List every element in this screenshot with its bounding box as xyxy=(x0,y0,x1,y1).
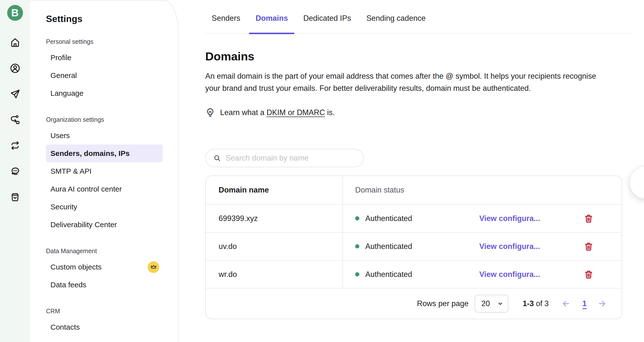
campaigns-send-icon[interactable] xyxy=(10,89,20,100)
search-box xyxy=(205,149,364,167)
page-description: An email domain is the part of your emai… xyxy=(205,70,611,94)
tab-senders[interactable]: Senders xyxy=(205,14,246,34)
domain-name-cell: uv.do xyxy=(206,233,343,260)
table-header-row: Domain name Domain status xyxy=(206,176,622,205)
home-icon[interactable] xyxy=(10,37,20,48)
tab-dedicated-ips[interactable]: Dedicated IPs xyxy=(297,14,357,34)
status-badge: Authenticated xyxy=(355,214,479,223)
section-organization-settings: Organization settings xyxy=(46,116,178,123)
domain-name-cell: wr.do xyxy=(206,261,343,288)
ecommerce-bag-icon[interactable] xyxy=(10,192,20,202)
delete-domain-button[interactable] xyxy=(583,213,594,224)
sidebar-item-deliverability-center[interactable]: Deliverability Center xyxy=(46,216,163,234)
status-badge: Authenticated xyxy=(355,242,479,251)
sidebar-item-contacts[interactable]: Contacts xyxy=(46,318,163,336)
search-icon xyxy=(213,154,221,162)
sidebar-item-language[interactable]: Language xyxy=(46,84,163,102)
sidebar-item-users[interactable]: Users xyxy=(46,127,163,145)
dkim-dmarc-link[interactable]: DKIM or DMARC xyxy=(266,108,325,117)
table-pagination: Rows per page 20 1-3 of 3 1 xyxy=(206,288,622,319)
status-dot-icon xyxy=(355,272,359,276)
app-icon-rail: B xyxy=(0,0,30,342)
status-dot-icon xyxy=(355,216,359,220)
view-configuration-link[interactable]: View configura... xyxy=(479,214,540,223)
table-row: wr.do Authenticated View configura... xyxy=(206,261,622,288)
column-domain-status: Domain status xyxy=(343,186,622,194)
trash-icon xyxy=(584,241,594,251)
sidebar-item-profile[interactable]: Profile xyxy=(46,49,163,67)
tip-row: Learn what a DKIM or DMARC is. xyxy=(205,108,622,118)
rows-per-page-label: Rows per page xyxy=(417,299,469,308)
table-row: 699399.xyz Authenticated View configura.… xyxy=(206,205,622,233)
delete-domain-button[interactable] xyxy=(583,241,594,252)
tab-domains[interactable]: Domains xyxy=(249,14,294,34)
section-crm: CRM xyxy=(46,308,178,315)
sidebar-item-data-feeds[interactable]: Data feeds xyxy=(46,276,163,294)
settings-sidebar: Settings Personal settings Profile Gener… xyxy=(30,0,178,342)
chevron-down-icon xyxy=(497,300,504,307)
tab-bar: Senders Domains Dedicated IPs Sending ca… xyxy=(205,0,632,34)
arrow-right-icon xyxy=(598,299,606,308)
tip-text: Learn what a DKIM or DMARC is. xyxy=(220,108,334,117)
sidebar-item-senders-domains-ips[interactable]: Senders, domains, IPs xyxy=(46,145,163,162)
page-1-link[interactable]: 1 xyxy=(582,299,586,308)
sidebar-item-custom-objects[interactable]: Custom objects xyxy=(46,258,163,276)
page-title: Domains xyxy=(205,50,622,63)
transactional-sync-icon[interactable] xyxy=(10,140,20,151)
domains-table: Domain name Domain status 699399.xyz Aut… xyxy=(205,175,622,319)
status-badge: Authenticated xyxy=(355,270,479,279)
conversations-chat-icon[interactable] xyxy=(10,166,20,177)
automation-icon[interactable] xyxy=(10,114,20,125)
search-domain-input[interactable] xyxy=(226,154,357,163)
delete-domain-button[interactable] xyxy=(583,269,594,280)
main-content: Senders Domains Dedicated IPs Sending ca… xyxy=(179,0,644,342)
domain-name-cell: 699399.xyz xyxy=(206,205,343,232)
prev-page-button[interactable] xyxy=(561,299,571,308)
brevo-logo[interactable]: B xyxy=(7,5,23,21)
table-row: uv.do Authenticated View configura... xyxy=(206,233,622,261)
lightbulb-icon xyxy=(205,108,215,118)
arrow-left-icon xyxy=(562,299,570,308)
rows-per-page-select[interactable]: 20 xyxy=(474,295,508,312)
premium-crown-icon xyxy=(148,261,159,273)
status-dot-icon xyxy=(355,244,359,248)
contacts-icon[interactable] xyxy=(10,63,20,74)
sidebar-item-smtp-api[interactable]: SMTP & API xyxy=(46,162,163,180)
sidebar-item-aura-ai[interactable]: Aura AI control center xyxy=(46,180,163,198)
sidebar-item-general[interactable]: General xyxy=(46,67,163,84)
sidebar-item-companies[interactable]: Companies xyxy=(46,336,163,342)
sidebar-title: Settings xyxy=(46,14,178,24)
pagination-range: 1-3 of 3 xyxy=(523,299,549,308)
view-configuration-link[interactable]: View configura... xyxy=(479,270,540,279)
trash-icon xyxy=(584,269,594,279)
view-configuration-link[interactable]: View configura... xyxy=(479,242,540,251)
tab-sending-cadence[interactable]: Sending cadence xyxy=(360,14,432,34)
section-data-management: Data Management xyxy=(46,247,178,255)
sidebar-item-label: Custom objects xyxy=(50,263,102,271)
next-page-button[interactable] xyxy=(597,299,607,308)
column-domain-name: Domain name xyxy=(206,176,343,204)
sidebar-item-security[interactable]: Security xyxy=(46,198,163,216)
trash-icon xyxy=(584,214,594,223)
section-personal-settings: Personal settings xyxy=(46,38,178,45)
